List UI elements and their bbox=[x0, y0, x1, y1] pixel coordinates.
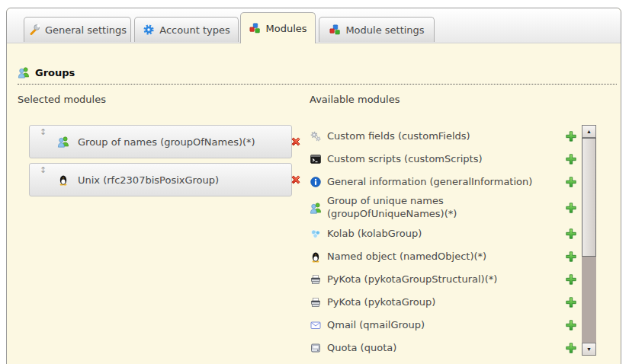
available-module-label: Custom scripts (customScripts) bbox=[327, 153, 565, 166]
kolab-icon bbox=[310, 228, 322, 240]
plus-icon bbox=[565, 153, 577, 165]
tab-label: General settings bbox=[45, 24, 127, 36]
custom-fields-gears-icon bbox=[310, 130, 322, 142]
tab-module-settings[interactable]: Module settings bbox=[319, 17, 435, 42]
add-module-button[interactable] bbox=[565, 319, 577, 331]
available-module-label: PyKota (pykotaGroupStructural)(*) bbox=[327, 273, 565, 286]
selected-modules-label: Selected modules bbox=[18, 94, 106, 105]
groups-icon bbox=[18, 66, 30, 78]
tab-modules[interactable]: Modules bbox=[240, 12, 316, 43]
plus-icon bbox=[565, 342, 577, 354]
add-module-button[interactable] bbox=[565, 130, 577, 142]
add-module-button[interactable] bbox=[565, 153, 577, 165]
plus-icon bbox=[565, 319, 577, 331]
selected-module-label: Unix (rfc2307bisPosixGroup) bbox=[78, 174, 219, 186]
available-module-row: PyKota (pykotaGroupStructural)(*) bbox=[310, 268, 577, 291]
drag-handle-icon[interactable]: ↕ bbox=[40, 166, 47, 174]
groups-section-header: Groups bbox=[18, 66, 617, 85]
plus-icon bbox=[565, 228, 577, 240]
plus-icon bbox=[565, 296, 577, 308]
lam-configuration-window: General settings Account types Modules M… bbox=[0, 0, 629, 364]
group-of-names-icon bbox=[57, 136, 69, 148]
available-modules-list: Custom fields (customFields) Custom scri… bbox=[310, 125, 577, 359]
wrench-icon bbox=[28, 24, 40, 36]
add-module-button[interactable] bbox=[565, 342, 577, 354]
available-module-label: Kolab (kolabGroup) bbox=[327, 228, 565, 241]
disk-icon bbox=[310, 342, 322, 354]
available-module-row: Custom scripts (customScripts) bbox=[310, 148, 577, 171]
plus-icon bbox=[565, 130, 577, 142]
plus-icon bbox=[565, 273, 577, 286]
available-module-row: Quota (quota) bbox=[310, 337, 577, 359]
available-module-label: Named object (namedObject)(*) bbox=[327, 251, 565, 263]
section-title: Groups bbox=[35, 67, 75, 78]
remove-module-button[interactable] bbox=[262, 174, 274, 186]
available-module-label: Custom fields (customFields) bbox=[327, 130, 565, 143]
available-module-row: PyKota (pykotaGroup) bbox=[310, 291, 577, 314]
settings-panel: General settings Account types Modules M… bbox=[6, 8, 621, 364]
tab-bar: General settings Account types Modules M… bbox=[7, 8, 621, 43]
add-module-button[interactable] bbox=[565, 251, 577, 263]
plus-icon bbox=[565, 251, 577, 263]
available-module-row: Qmail (qmailGroup) bbox=[310, 314, 577, 337]
available-module-label: Qmail (qmailGroup) bbox=[327, 319, 565, 332]
unix-tux-icon bbox=[57, 174, 69, 186]
plus-icon bbox=[565, 202, 577, 214]
remove-module-button[interactable] bbox=[262, 136, 274, 148]
add-module-button[interactable] bbox=[565, 176, 577, 188]
available-module-row: General information (generalInformation) bbox=[310, 171, 577, 193]
groups-icon bbox=[310, 202, 322, 214]
available-module-row: Group of unique names (groupOfUniqueName… bbox=[310, 193, 577, 222]
scrollbar-thumb[interactable] bbox=[582, 138, 596, 257]
printer-icon bbox=[310, 296, 322, 308]
available-module-label: General information (generalInformation) bbox=[327, 176, 565, 189]
selected-module-item[interactable]: ↕ Group of names (groupOfNames)(*) bbox=[29, 125, 292, 158]
available-module-label: Group of unique names (groupOfUniqueName… bbox=[327, 195, 565, 221]
tab-label: Account types bbox=[159, 24, 229, 36]
delete-x-icon bbox=[290, 136, 302, 148]
available-module-row: Named object (namedObject)(*) bbox=[310, 245, 577, 268]
available-modules-label: Available modules bbox=[310, 94, 400, 105]
tab-label: Module settings bbox=[345, 24, 424, 36]
delete-x-icon bbox=[290, 174, 302, 186]
envelope-icon bbox=[310, 319, 322, 331]
available-module-label: Quota (quota) bbox=[327, 342, 565, 355]
add-module-button[interactable] bbox=[565, 296, 577, 308]
add-module-button[interactable] bbox=[565, 228, 577, 240]
selected-module-label: Group of names (groupOfNames)(*) bbox=[78, 136, 255, 148]
tab-account-types[interactable]: Account types bbox=[134, 17, 239, 42]
tab-general-settings[interactable]: General settings bbox=[24, 17, 131, 42]
plus-icon bbox=[565, 176, 577, 188]
available-module-row: Kolab (kolabGroup) bbox=[310, 222, 577, 245]
drag-handle-icon[interactable]: ↕ bbox=[40, 128, 47, 136]
info-icon bbox=[310, 176, 322, 188]
modules-blocks-icon bbox=[329, 24, 341, 36]
available-module-row: Custom fields (customFields) bbox=[310, 125, 577, 148]
terminal-icon bbox=[310, 153, 322, 165]
available-module-label: PyKota (pykotaGroup) bbox=[327, 296, 565, 309]
available-modules-scrollbar: ▲ ▼ bbox=[582, 125, 596, 356]
tab-label: Modules bbox=[265, 23, 306, 34]
scroll-down-button[interactable]: ▼ bbox=[582, 343, 596, 356]
gear-icon bbox=[143, 24, 155, 36]
scroll-up-button[interactable]: ▲ bbox=[582, 125, 596, 138]
printer-icon bbox=[310, 273, 322, 286]
modules-blocks-icon bbox=[249, 22, 261, 34]
add-module-button[interactable] bbox=[565, 202, 577, 214]
selected-module-item[interactable]: ↕ Unix (rfc2307bisPosixGroup) bbox=[29, 163, 292, 196]
unix-tux-icon bbox=[310, 251, 322, 263]
add-module-button[interactable] bbox=[565, 273, 577, 286]
